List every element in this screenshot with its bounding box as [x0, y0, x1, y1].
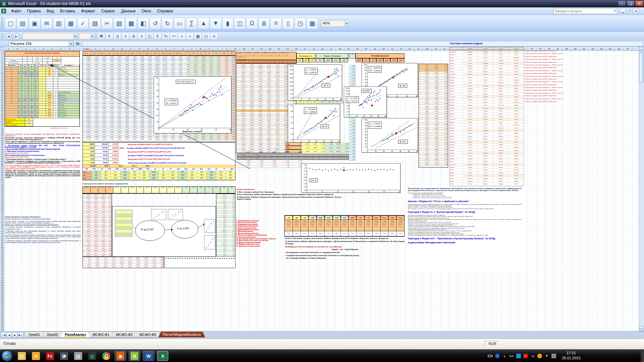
row-header-17[interactable]: 17 — [0, 88, 4, 91]
menu-Формат[interactable]: Формат — [78, 8, 98, 14]
col-header-Z[interactable]: Z — [222, 47, 231, 51]
row-header-14[interactable]: 14 — [0, 81, 4, 84]
menu-Вставка[interactable]: Вставка — [57, 8, 78, 14]
row-header-52[interactable]: 52 — [0, 170, 4, 172]
toolbar-icon-9[interactable]: ▨ — [113, 18, 125, 29]
col-header-BR[interactable]: BR — [606, 47, 615, 51]
row-header-49[interactable]: 49 — [0, 163, 4, 166]
col-header-BF[interactable]: BF — [501, 47, 510, 51]
column-headers[interactable]: ABCDEFGHIJKLMNOPQRSTUVWXYZAAABACADAEAFAG… — [4, 47, 639, 51]
row-header-109[interactable]: 109 — [0, 303, 4, 306]
taskbar-my-computer[interactable]: 🖳 — [58, 351, 70, 361]
toolbar-icon-16[interactable]: ▲ — [198, 18, 209, 29]
toolbar-icon-1[interactable]: ▤ — [17, 18, 28, 29]
col-header-I[interactable]: I — [74, 47, 83, 51]
row-header-36[interactable]: 36 — [0, 133, 4, 135]
row-header-40[interactable]: 40 — [0, 142, 4, 144]
col-header-BO[interactable]: BO — [580, 47, 589, 51]
network-icon[interactable] — [551, 354, 556, 358]
row-header-79[interactable]: 79 — [0, 233, 4, 236]
row-header-16[interactable]: 16 — [0, 86, 4, 88]
toolbar-icon-3[interactable]: ✉ — [41, 18, 52, 29]
name-box-dropdown[interactable]: ▼ — [69, 41, 73, 47]
col-header-AA[interactable]: AA — [231, 47, 240, 51]
row-header-44[interactable]: 44 — [0, 152, 4, 154]
row-header-28[interactable]: 28 — [0, 114, 4, 116]
taskbar-system-monitor[interactable]: ▥ — [87, 351, 98, 361]
row-header-10[interactable]: 10 — [0, 72, 4, 74]
row-header-93[interactable]: 93 — [0, 266, 4, 268]
taskbar-chrome[interactable] — [101, 351, 112, 361]
row-header-75[interactable]: 75 — [0, 224, 4, 226]
tab-РасчетМоделиБаланса[interactable]: РасчетМоделиБаланса — [158, 331, 205, 338]
doc-minimize-button[interactable]: ▁ — [620, 8, 626, 14]
format-icon-13[interactable]: ◳ — [202, 33, 210, 40]
scroll-up-icon[interactable]: ▲ — [639, 47, 644, 52]
row-header-42[interactable]: 42 — [0, 147, 4, 149]
row-header-12[interactable]: 12 — [0, 77, 4, 79]
taskbar-filezilla[interactable]: Fz — [44, 351, 56, 361]
col-header-AP[interactable]: AP — [362, 47, 371, 51]
col-header-BA[interactable]: BA — [458, 47, 467, 51]
tab-МСФО-Ф1[interactable]: МСФО-Ф1 — [88, 331, 114, 338]
row-header-85[interactable]: 85 — [0, 247, 4, 249]
col-header-AF[interactable]: AF — [275, 47, 283, 51]
toolbar-grip[interactable] — [1, 17, 3, 30]
row-header-53[interactable]: 53 — [0, 172, 4, 175]
row-header-64[interactable]: 64 — [0, 198, 4, 200]
row-header-92[interactable]: 92 — [0, 263, 4, 266]
scroll-down-icon[interactable]: ▼ — [639, 326, 644, 331]
taskbar-clock[interactable]: 17:21 25.01.2015 — [558, 351, 584, 361]
teamviewer-icon[interactable] — [516, 354, 521, 358]
col-header-AM[interactable]: AM — [336, 47, 344, 51]
row-header-54[interactable]: 54 — [0, 175, 4, 177]
menu-Сервис[interactable]: Сервис — [98, 8, 118, 14]
start-button[interactable] — [2, 351, 12, 361]
format-icon-2[interactable]: Ч — [114, 33, 121, 40]
show-desktop-button[interactable] — [641, 350, 644, 362]
format-icon-1[interactable]: К — [106, 33, 113, 40]
col-header-BH[interactable]: BH — [519, 47, 528, 51]
row-header-9[interactable]: 9 — [0, 70, 4, 72]
row-header-117[interactable]: 117 — [0, 322, 4, 324]
tab-Урок02[interactable]: Урок02 — [42, 331, 62, 338]
row-header-104[interactable]: 104 — [0, 292, 4, 294]
col-header-BS[interactable]: BS — [615, 47, 624, 51]
vertical-scrollbar[interactable]: ▲ ▼ — [639, 47, 644, 331]
insert-function-icon[interactable]: fx — [76, 42, 79, 46]
minimize-button[interactable]: – — [618, 1, 626, 6]
toolbar-grip[interactable] — [1, 33, 3, 40]
tab-МСФО-Ф5[interactable]: МСФО-Ф5 — [135, 331, 161, 338]
row-header-25[interactable]: 25 — [0, 107, 4, 109]
row-header-39[interactable]: 39 — [0, 140, 4, 142]
row-header-94[interactable]: 94 — [0, 268, 4, 270]
row-header-84[interactable]: 84 — [0, 245, 4, 247]
row-header-107[interactable]: 107 — [0, 299, 4, 301]
action-center-icon[interactable]: ⚑ — [544, 354, 549, 358]
col-header-AQ[interactable]: AQ — [371, 47, 379, 51]
toolbar-icon-18[interactable]: ▮ — [222, 18, 233, 29]
row-header-15[interactable]: 15 — [0, 84, 4, 86]
row-header-115[interactable]: 115 — [0, 317, 4, 319]
format-icon-14[interactable]: A — [210, 33, 218, 40]
col-header-AZ[interactable]: AZ — [449, 47, 458, 51]
row-header-18[interactable]: 18 — [0, 90, 4, 93]
col-header-BC[interactable]: BC — [475, 47, 484, 51]
row-header-60[interactable]: 60 — [0, 189, 4, 191]
next-sheet-icon[interactable]: ▶ — [12, 332, 18, 338]
col-header-A[interactable]: A — [4, 47, 13, 51]
zoom-combo[interactable]: 40% ▼ — [321, 20, 349, 27]
row-header-37[interactable]: 37 — [0, 135, 4, 137]
row-header-68[interactable]: 68 — [0, 207, 4, 210]
col-header-BQ[interactable]: BQ — [597, 47, 606, 51]
row-header-51[interactable]: 51 — [0, 168, 4, 170]
col-header-BM[interactable]: BM — [562, 47, 571, 51]
format-icon-7[interactable]: € — [154, 33, 161, 40]
col-header-AJ[interactable]: AJ — [310, 47, 318, 51]
row-header-102[interactable]: 102 — [0, 287, 4, 289]
row-header-89[interactable]: 89 — [0, 256, 4, 259]
font-size-combo[interactable]: ▼ — [79, 33, 95, 40]
col-header-BG[interactable]: BG — [510, 47, 519, 51]
row-header-86[interactable]: 86 — [0, 249, 4, 252]
col-header-AV[interactable]: AV — [414, 47, 423, 51]
